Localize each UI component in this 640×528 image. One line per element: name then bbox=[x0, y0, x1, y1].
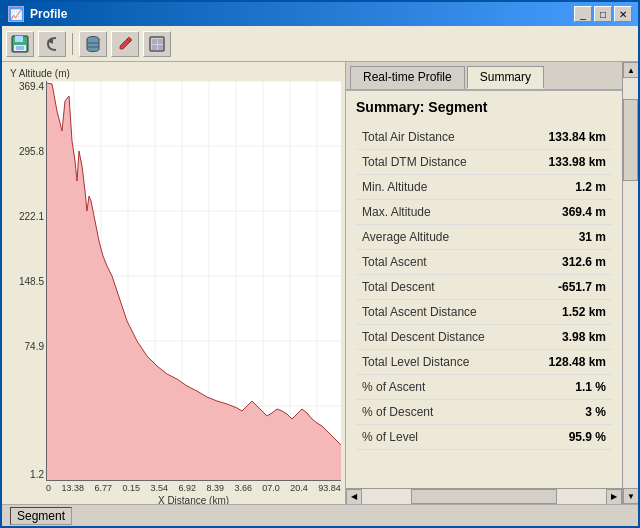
summary-row: Min. Altitude1.2 m bbox=[356, 175, 612, 200]
title-bar-left: 📈 Profile bbox=[8, 6, 67, 22]
summary-label: Total Descent bbox=[356, 275, 497, 300]
chart-container bbox=[46, 81, 341, 481]
summary-title: Summary: Segment bbox=[356, 99, 612, 115]
x-label-8: 07.0 bbox=[262, 483, 280, 493]
summary-label: Total Ascent bbox=[356, 250, 497, 275]
summary-content: Summary: Segment Total Air Distance133.8… bbox=[346, 91, 622, 488]
summary-table: Total Air Distance133.84 kmTotal DTM Dis… bbox=[356, 125, 612, 450]
x-axis-label: X Distance (km) bbox=[46, 495, 341, 504]
svg-rect-3 bbox=[16, 46, 24, 50]
main-content: Y Altitude (m) 369.4 295.8 222.1 148.5 7… bbox=[2, 62, 638, 504]
summary-value: 31 m bbox=[497, 225, 612, 250]
x-label-0: 0 bbox=[46, 483, 51, 493]
svg-marker-31 bbox=[47, 83, 341, 481]
x-label-10: 93.84 bbox=[318, 483, 341, 493]
minimize-button[interactable]: _ bbox=[574, 6, 592, 22]
scroll-thumb[interactable] bbox=[411, 489, 557, 504]
summary-label: Total Air Distance bbox=[356, 125, 497, 150]
summary-row: Total Ascent Distance1.52 km bbox=[356, 300, 612, 325]
summary-value: 3 % bbox=[497, 400, 612, 425]
scroll-left-button[interactable]: ◀ bbox=[346, 489, 362, 505]
scroll-down-button[interactable]: ▼ bbox=[623, 488, 638, 504]
scroll-up-button[interactable]: ▲ bbox=[623, 62, 638, 78]
x-label-4: 3.54 bbox=[150, 483, 168, 493]
y-label-4: 148.5 bbox=[19, 276, 44, 287]
x-label-7: 3.66 bbox=[234, 483, 252, 493]
profile-chart-svg bbox=[47, 81, 341, 481]
window-layout-icon bbox=[147, 34, 167, 54]
summary-row: % of Descent3 % bbox=[356, 400, 612, 425]
tab-realtime-profile[interactable]: Real-time Profile bbox=[350, 66, 465, 89]
tabs: Real-time Profile Summary bbox=[346, 62, 622, 91]
summary-value: 1.2 m bbox=[497, 175, 612, 200]
summary-value: 133.98 km bbox=[497, 150, 612, 175]
summary-value: 312.6 m bbox=[497, 250, 612, 275]
back-icon bbox=[42, 34, 62, 54]
svg-rect-10 bbox=[152, 39, 157, 44]
summary-row: Total Descent-651.7 m bbox=[356, 275, 612, 300]
vertical-scrollbar[interactable]: ▲ ▼ bbox=[622, 62, 638, 504]
title-buttons: _ □ ✕ bbox=[574, 6, 632, 22]
summary-label: Min. Altitude bbox=[356, 175, 497, 200]
summary-label: Max. Altitude bbox=[356, 200, 497, 225]
window-layout-button[interactable] bbox=[143, 31, 171, 57]
vertical-scroll-thumb[interactable] bbox=[623, 99, 638, 181]
tab-summary[interactable]: Summary bbox=[467, 66, 544, 89]
summary-label: % of Level bbox=[356, 425, 497, 450]
scroll-track[interactable] bbox=[362, 489, 606, 504]
summary-value: 369.4 m bbox=[497, 200, 612, 225]
x-label-3: 0.15 bbox=[122, 483, 140, 493]
svg-rect-12 bbox=[152, 45, 157, 50]
x-label-1: 13.38 bbox=[61, 483, 84, 493]
title-bar: 📈 Profile _ □ ✕ bbox=[2, 2, 638, 26]
y-label-1: 369.4 bbox=[19, 81, 44, 92]
right-panel: Real-time Profile Summary Summary: Segme… bbox=[345, 62, 622, 504]
summary-row: Average Altitude31 m bbox=[356, 225, 612, 250]
y-axis-label: Y Altitude (m) bbox=[10, 68, 341, 79]
summary-row: Total Descent Distance3.98 km bbox=[356, 325, 612, 350]
close-button[interactable]: ✕ bbox=[614, 6, 632, 22]
app-icon: 📈 bbox=[8, 6, 24, 22]
y-label-3: 222.1 bbox=[19, 211, 44, 222]
summary-label: Total Descent Distance bbox=[356, 325, 497, 350]
horizontal-scrollbar[interactable]: ◀ ▶ bbox=[346, 488, 622, 504]
summary-label: % of Ascent bbox=[356, 375, 497, 400]
summary-row: Total Ascent312.6 m bbox=[356, 250, 612, 275]
main-window: 📈 Profile _ □ ✕ bbox=[0, 0, 640, 528]
summary-value: 1.52 km bbox=[497, 300, 612, 325]
summary-row: % of Ascent1.1 % bbox=[356, 375, 612, 400]
window-title: Profile bbox=[30, 7, 67, 21]
svg-rect-1 bbox=[15, 36, 23, 42]
back-button[interactable] bbox=[38, 31, 66, 57]
summary-value: 133.84 km bbox=[497, 125, 612, 150]
database-button[interactable] bbox=[79, 31, 107, 57]
summary-row: Total DTM Distance133.98 km bbox=[356, 150, 612, 175]
summary-label: Total DTM Distance bbox=[356, 150, 497, 175]
summary-row: % of Level95.9 % bbox=[356, 425, 612, 450]
summary-value: 3.98 km bbox=[497, 325, 612, 350]
summary-value: 1.1 % bbox=[497, 375, 612, 400]
summary-label: Total Ascent Distance bbox=[356, 300, 497, 325]
save-button[interactable] bbox=[6, 31, 34, 57]
x-label-9: 20.4 bbox=[290, 483, 308, 493]
x-label-5: 6.92 bbox=[178, 483, 196, 493]
summary-label: Total Level Distance bbox=[356, 350, 497, 375]
x-axis-labels: 0 13.38 6.77 0.15 3.54 6.92 8.39 3.66 07… bbox=[46, 483, 341, 493]
y-label-5: 74.9 bbox=[25, 341, 44, 352]
summary-label: % of Descent bbox=[356, 400, 497, 425]
y-label-2: 295.8 bbox=[19, 146, 44, 157]
summary-value: -651.7 m bbox=[497, 275, 612, 300]
summary-row: Total Air Distance133.84 km bbox=[356, 125, 612, 150]
save-icon bbox=[10, 34, 30, 54]
svg-rect-13 bbox=[158, 45, 163, 50]
maximize-button[interactable]: □ bbox=[594, 6, 612, 22]
y-axis-labels: 369.4 295.8 222.1 148.5 74.9 1.2 bbox=[10, 81, 46, 481]
scroll-right-button[interactable]: ▶ bbox=[606, 489, 622, 505]
toolbar-separator bbox=[72, 33, 73, 55]
vertical-scroll-track[interactable] bbox=[623, 78, 638, 488]
summary-label: Average Altitude bbox=[356, 225, 497, 250]
x-label-2: 6.77 bbox=[94, 483, 112, 493]
summary-row: Total Level Distance128.48 km bbox=[356, 350, 612, 375]
edit-button[interactable] bbox=[111, 31, 139, 57]
status-bar: Segment bbox=[2, 504, 638, 526]
